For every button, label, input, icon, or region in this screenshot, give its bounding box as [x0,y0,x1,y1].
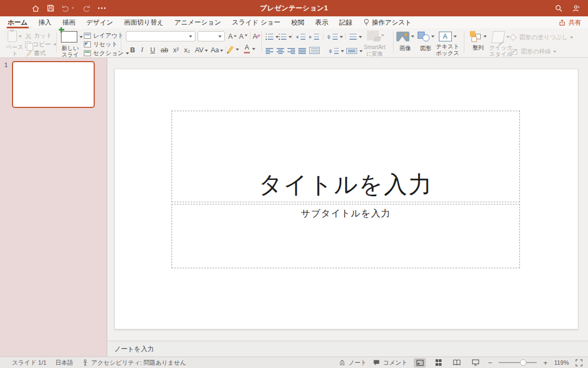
tab-record[interactable]: 記録 [339,16,352,28]
shrink-font-button[interactable]: A [239,32,248,40]
underline-button[interactable]: U [150,46,155,54]
section-icon [84,50,91,56]
zoom-out-button[interactable]: − [488,359,492,366]
subtitle-placeholder[interactable]: サブタイトルを入力 [171,204,520,268]
search-icon[interactable] [555,4,563,13]
save-icon[interactable] [47,4,54,12]
distribute-icon [309,47,320,54]
language-indicator[interactable]: 日本語 [55,359,73,367]
more-commands-icon[interactable] [97,7,106,10]
editing-canvas: タイトルを入力 サブタイトルを入力 [107,58,588,341]
picture-icon [396,32,409,41]
redo-icon [82,4,90,12]
subscript-button[interactable]: x₂ [184,46,190,54]
tab-insert[interactable]: 挿入 [39,16,52,28]
grow-font-button[interactable]: A [228,32,237,40]
change-case-button[interactable]: Aa [211,46,223,54]
notes-toggle[interactable]: ノート [339,359,367,367]
comment-icon [373,359,380,366]
columns-button[interactable] [350,33,362,41]
shapes-button[interactable]: 図形 [416,32,436,51]
layout-button[interactable]: レイアウト [84,32,129,40]
tab-slideshow[interactable]: スライド ショー [232,16,280,28]
highlight-color-button[interactable] [229,45,239,53]
numbering-button[interactable] [279,33,292,41]
superscript-button[interactable]: x² [173,46,179,54]
tab-draw[interactable]: 描画 [63,16,76,28]
arrange-button[interactable]: 整列 [468,31,488,51]
paste-button: ペースト [4,31,25,57]
shape-outline-button: 図形の枠線 [511,47,556,56]
align-center-button[interactable] [277,47,284,55]
lightbulb-icon [363,19,370,26]
text-direction-button[interactable] [329,47,344,55]
zoom-level[interactable]: 119% [554,359,569,366]
increase-indent-button[interactable] [309,33,319,41]
slide-thumbnail[interactable] [12,61,95,108]
share-button[interactable]: 共有 [559,16,581,28]
smartart-icon [367,31,379,40]
accessibility-icon [82,359,89,366]
slideshow-icon [472,359,479,366]
zoom-slider-thumb[interactable] [520,359,526,366]
picture-button[interactable]: 画像 [395,32,415,51]
share-icon [559,19,566,26]
fit-slide-button[interactable] [575,359,583,366]
tab-transitions[interactable]: 画面切り替え [124,16,164,28]
bullets-button[interactable] [266,33,279,41]
format-painter-button: 書式 [25,49,46,57]
accessibility-status[interactable]: アクセシビリティ: 問題ありません [82,359,186,367]
italic-button[interactable]: I [141,46,143,54]
reset-button[interactable]: リセット [84,40,118,49]
reading-view-icon [453,359,461,366]
bold-button[interactable]: B [130,46,135,54]
ribbon-tabs: ホーム 挿入 描画 デザイン 画面切り替え アニメーション スライド ショー 校… [0,16,588,28]
clear-formatting-button[interactable]: A [253,32,260,40]
justify-button[interactable] [298,47,306,55]
shapes-icon [418,32,430,41]
tab-design[interactable]: デザイン [87,16,113,28]
new-slide-icon [61,31,77,43]
zoom-in-button[interactable]: + [543,359,548,366]
line-spacing-icon [327,35,330,39]
slide-sorter-view-button[interactable] [432,358,444,367]
font-name-select[interactable] [126,31,195,41]
format-painter-icon [25,50,32,57]
tab-view[interactable]: 表示 [315,16,328,28]
quick-styles-icon [491,31,505,43]
zoom-slider[interactable] [499,362,537,363]
align-center-icon [277,48,284,54]
tab-home[interactable]: ホーム [8,16,28,28]
line-spacing-button[interactable] [327,33,343,41]
textbox-button[interactable]: A テキスト ボックス [436,32,460,57]
decrease-indent-button[interactable] [296,33,305,41]
title-placeholder[interactable]: タイトルを入力 [171,111,520,202]
normal-view-icon [416,360,424,366]
font-size-select[interactable] [198,31,225,41]
align-left-button[interactable] [266,47,273,55]
strikethrough-button[interactable]: ab [161,46,168,54]
slide-sorter-icon [436,359,442,366]
title-placeholder-text: タイトルを入力 [259,169,433,202]
font-color-button[interactable]: A [244,45,255,53]
slide[interactable]: タイトルを入力 サブタイトルを入力 [114,69,578,329]
layout-icon [84,33,91,39]
account-icon[interactable] [572,4,580,13]
comments-toggle[interactable]: コメント [373,359,407,367]
align-right-button[interactable] [287,47,295,55]
tab-review[interactable]: 校閲 [291,16,304,28]
slideshow-view-button[interactable] [469,358,481,367]
scissors-icon [25,33,32,39]
notes-pane[interactable]: ノートを入力 [107,341,588,357]
distribute-text-button[interactable] [309,46,320,55]
section-button[interactable]: セクション [84,49,129,57]
home-icon[interactable] [32,4,40,13]
slide-number: 1 [4,62,8,68]
smartart-button [367,31,384,39]
tab-animations[interactable]: アニメーション [174,16,221,28]
normal-view-button[interactable] [414,358,426,367]
ribbon: ペースト カット コピー 書式 新しい スライド レイアウト リセット [0,28,588,58]
tab-assist[interactable]: 操作アシスト [363,16,412,28]
reading-view-button[interactable] [451,358,463,367]
character-spacing-button[interactable]: AV [195,46,208,54]
